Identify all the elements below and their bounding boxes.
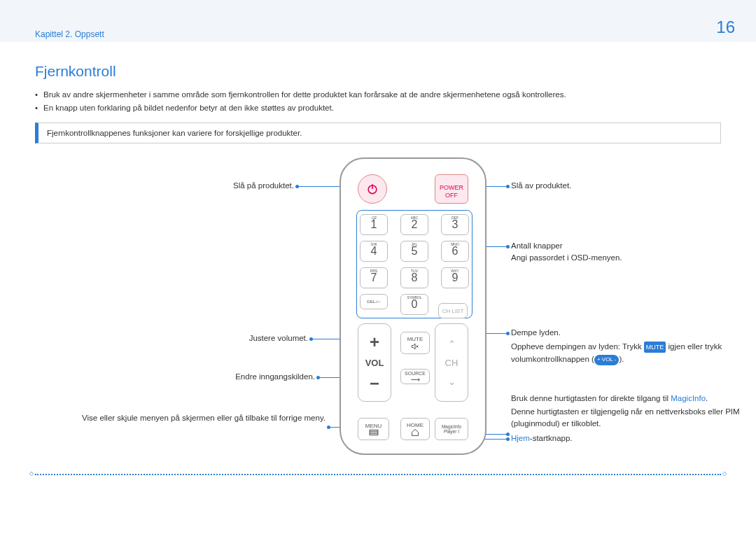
callout-numpad: Antall knapper Angi passordet i OSD-meny… (511, 241, 735, 262)
menu-icon (369, 429, 379, 436)
page-title: Fjernkontroll (35, 63, 721, 80)
callout-text: Dempe lyden. (511, 328, 756, 337)
remote-body: POWER OFF .QZ1 ABC2 DEF3 GHI4 JKL5 MNO6 … (340, 157, 486, 455)
label: SOURCE (405, 371, 426, 376)
num-2: ABC2 (400, 214, 428, 235)
sub: SYMBOL (407, 295, 422, 300)
callout-volume: Justere volumet. (35, 334, 308, 342)
del-button: DEL-/-- (360, 294, 388, 309)
sub: JKL (412, 242, 418, 246)
num: 6 (452, 245, 458, 258)
ch-label: CH (445, 358, 458, 368)
num: 1 (371, 218, 377, 231)
num: 9 (452, 272, 458, 284)
label: MENU (365, 423, 382, 429)
text: -startknapp. (530, 434, 573, 442)
home-link: Hjem (511, 434, 530, 442)
text: . (706, 394, 708, 402)
callout-text: Bruk denne hurtigtasten for direkte tilg… (511, 394, 756, 402)
num-4: GHI4 (360, 241, 388, 262)
callout-power-on: Slå på produktet. (35, 181, 294, 190)
sub: PRS (370, 269, 377, 273)
svg-rect-4 (370, 430, 378, 435)
source-icon: ⟶ (411, 376, 420, 383)
callout-magicinfo: Bruk denne hurtigtasten for direkte tilg… (511, 394, 756, 442)
label: HOME (407, 422, 424, 428)
page-number: 16 (716, 17, 735, 37)
num: 0 (412, 298, 418, 311)
power-off-button: POWER OFF (435, 174, 468, 204)
sub: DEF (451, 216, 458, 220)
chevron-down-icon: ⌄ (448, 377, 456, 387)
num-9: WXY9 (441, 267, 469, 288)
num-5: JKL5 (400, 241, 428, 262)
sub: GHI (371, 242, 377, 246)
num: 3 (452, 218, 458, 231)
vol-label: VOL (365, 358, 384, 368)
callout-menu: Vise eller skjule menyen på skjermen ell… (35, 414, 326, 422)
callout-source: Endre inngangskilden. (35, 372, 315, 381)
callout-text: Oppheve dempingen av lyden: Trykk MUTE i… (511, 340, 756, 366)
text: Oppheve dempingen av lyden: Trykk (511, 342, 644, 351)
magicinfo-link: MagicInfo (671, 394, 706, 402)
num: 2 (412, 218, 418, 231)
num-3: DEF3 (441, 214, 469, 235)
num-6: MNO6 (441, 241, 469, 262)
chlist-button: CH LIST (438, 303, 468, 318)
callout-text: Denne hurtigtasten er tilgjengelig når e… (511, 406, 756, 430)
num: 7 (371, 272, 377, 284)
menu-button: MENU (358, 418, 389, 440)
mute-icon (410, 342, 420, 351)
callout-text: Antall knapper (511, 241, 735, 250)
sub: MNO (451, 242, 459, 246)
home-button: HOME (400, 418, 430, 440)
power-icon (365, 182, 379, 196)
num: 5 (412, 245, 418, 258)
num: 8 (412, 272, 418, 284)
mute-tag: MUTE (644, 342, 666, 353)
text: ). (619, 355, 624, 363)
sub: .QZ (371, 216, 377, 220)
callout-text: Hjem-startknapp. (511, 434, 756, 442)
label: OFF (445, 192, 458, 199)
label: POWER (440, 184, 463, 192)
power-on-button (358, 174, 387, 204)
bullet-item: En knapp uten forklaring på bildet neden… (35, 104, 721, 112)
label: MUTE (407, 336, 424, 342)
source-button: SOURCE ⟶ (400, 369, 430, 384)
bullet-item: Bruk av andre skjermenheter i samme områ… (35, 90, 721, 99)
callout-mute: Dempe lyden. Oppheve dempingen av lyden:… (511, 328, 756, 366)
note-box: Fjernkontrollknappenes funksjoner kan va… (35, 122, 721, 143)
divider-line (35, 474, 721, 475)
sub: TUV (411, 269, 418, 273)
sub: WXY (451, 269, 458, 273)
vol-tag: + VOL - (594, 355, 620, 365)
remote-diagram: Slå på produktet. Justere volumet. Endre… (35, 157, 721, 507)
vol-rocker: + VOL − (358, 323, 391, 402)
num-8: TUV8 (400, 267, 428, 288)
ch-rocker: ⌃ CH ⌄ (435, 323, 468, 402)
num-7: PRS7 (360, 267, 388, 288)
minus-icon: − (370, 374, 379, 393)
home-icon (410, 428, 420, 437)
callout-power-off: Slå av produktet. (511, 181, 571, 190)
magicinfo-button: MagicInfo Player I (435, 418, 468, 440)
plus-icon: + (370, 332, 379, 352)
sub: DEL-/-- (367, 300, 380, 304)
text: Bruk denne hurtigtasten for direkte tilg… (511, 394, 671, 402)
num-1: .QZ1 (360, 214, 388, 235)
callout-text: Angi passordet i OSD-menyen. (511, 253, 735, 262)
mute-button: MUTE (400, 332, 430, 354)
num: 4 (371, 245, 377, 258)
chapter-label: Kapittel 2. Oppsett (35, 29, 104, 39)
sub: ABC (411, 216, 418, 220)
chevron-up-icon: ⌃ (448, 339, 456, 349)
num-0: SYMBOL0 (400, 294, 428, 315)
